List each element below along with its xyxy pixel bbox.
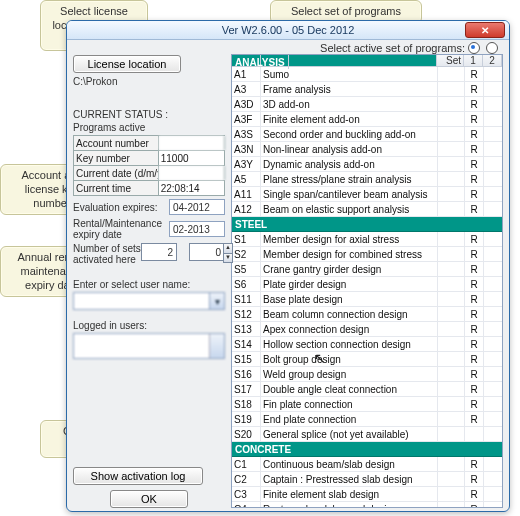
- sets-a-input[interactable]: 2: [141, 243, 177, 261]
- logged-users-list[interactable]: [73, 333, 225, 359]
- account-value: [159, 136, 225, 150]
- close-icon: ✕: [481, 25, 489, 36]
- set1-radio[interactable]: [468, 42, 480, 54]
- account-label: Account number: [74, 136, 159, 150]
- account-grid: Account number Key number11000 Current d…: [73, 135, 225, 196]
- table-row[interactable]: S5Crane gantry girder designR: [232, 262, 502, 277]
- table-row[interactable]: S15Bolt group designR: [232, 352, 502, 367]
- time-value: 22:08:14: [159, 181, 225, 195]
- table-row[interactable]: A3NNon-linear analysis add-onR: [232, 142, 502, 157]
- table-row[interactable]: S14Hollow section connection designR: [232, 337, 502, 352]
- table-row[interactable]: S11Base plate designR: [232, 292, 502, 307]
- program-set-label: Select active set of programs:: [320, 42, 465, 54]
- sets-b-input[interactable]: 0▲▼: [189, 243, 225, 261]
- table-row[interactable]: A3FFinite element add-onR: [232, 112, 502, 127]
- table-row[interactable]: S13Apex connection designR: [232, 322, 502, 337]
- table-row[interactable]: A3YDynamic analysis add-onR: [232, 157, 502, 172]
- col-set: Set: [437, 55, 464, 66]
- eval-label: Evaluation expires:: [73, 202, 169, 213]
- logged-label: Logged in users:: [73, 320, 225, 331]
- window-title: Ver W2.6.00 - 05 Dec 2012: [222, 24, 355, 36]
- table-row[interactable]: S12Beam column connection designR: [232, 307, 502, 322]
- table-row[interactable]: C1Continuous beam/slab designR: [232, 457, 502, 472]
- maint-label: Rental/Maintenance expiry date: [73, 218, 169, 240]
- program-set-row: Select active set of programs:: [67, 40, 509, 54]
- table-row[interactable]: S19End plate connectionR: [232, 412, 502, 427]
- username-combo[interactable]: [73, 292, 225, 310]
- table-row[interactable]: A12Beam on elastic support analysisR: [232, 202, 502, 217]
- group-concrete: CONCRETE: [232, 442, 502, 457]
- date-value: [159, 166, 225, 180]
- modules-table[interactable]: Set 1 2 ANALYSIS A1SumoRA3Frame analysis…: [231, 54, 503, 508]
- status-header: CURRENT STATUS :: [73, 109, 225, 120]
- table-row[interactable]: S6Plate girder designR: [232, 277, 502, 292]
- close-button[interactable]: ✕: [465, 22, 505, 38]
- key-value: 11000: [159, 151, 225, 165]
- eval-value: 04-2012: [169, 199, 225, 215]
- table-header: Set 1 2 ANALYSIS: [232, 55, 502, 67]
- license-path: C:\Prokon: [73, 76, 225, 87]
- table-row[interactable]: S20General splice (not yet available): [232, 427, 502, 442]
- table-row[interactable]: A3SSecond order and buckling add-onR: [232, 127, 502, 142]
- table-row[interactable]: S1Member design for axial stressR: [232, 232, 502, 247]
- time-label: Current time: [74, 181, 159, 195]
- license-location-button[interactable]: License location: [73, 55, 181, 73]
- ok-button[interactable]: OK: [110, 490, 188, 508]
- table-row[interactable]: S18Fin plate connectionR: [232, 397, 502, 412]
- license-window: Ver W2.6.00 - 05 Dec 2012 ✕ Select activ…: [66, 20, 510, 512]
- table-row[interactable]: S2Member design for combined stressR: [232, 247, 502, 262]
- sets-label: Number of sets activated here: [73, 243, 141, 265]
- sets-b-spinner[interactable]: ▲▼: [223, 243, 233, 263]
- date-label: Current date (d/m/y): [74, 166, 159, 180]
- table-row[interactable]: S16Weld group designR: [232, 367, 502, 382]
- titlebar: Ver W2.6.00 - 05 Dec 2012 ✕: [67, 21, 509, 40]
- maint-value: 02-2013: [169, 221, 225, 237]
- table-row[interactable]: C4Rectangular slab panel designR: [232, 502, 502, 508]
- table-body: A1SumoRA3Frame analysisRA3D3D add-onRA3F…: [232, 67, 502, 508]
- col-2: 2: [483, 55, 502, 66]
- col-1: 1: [464, 55, 483, 66]
- status-value: Programs active: [73, 122, 225, 133]
- table-row[interactable]: A3D3D add-onR: [232, 97, 502, 112]
- table-row[interactable]: A1SumoR: [232, 67, 502, 82]
- table-row[interactable]: S17Double angle cleat connectionR: [232, 382, 502, 397]
- table-row[interactable]: C3Finite element slab designR: [232, 487, 502, 502]
- left-panel: License location C:\Prokon CURRENT STATU…: [73, 54, 225, 508]
- username-label: Enter or select user name:: [73, 279, 225, 290]
- table-row[interactable]: A5Plane stress/plane strain analysisR: [232, 172, 502, 187]
- table-row[interactable]: A11Single span/cantilever beam analysisR: [232, 187, 502, 202]
- set2-radio[interactable]: [486, 42, 498, 54]
- key-label: Key number: [74, 151, 159, 165]
- table-row[interactable]: A3Frame analysisR: [232, 82, 502, 97]
- show-activation-log-button[interactable]: Show activation log: [73, 467, 203, 485]
- group-steel: STEEL: [232, 217, 502, 232]
- table-row[interactable]: C2Captain : Prestressed slab designR: [232, 472, 502, 487]
